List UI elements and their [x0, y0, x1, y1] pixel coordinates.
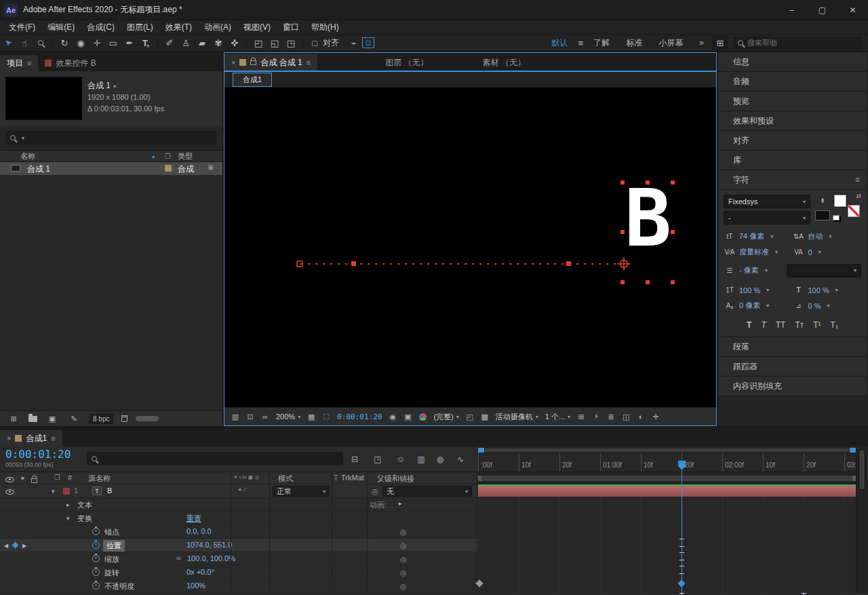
- close-button[interactable]: ✕: [837, 0, 868, 20]
- selection-handle[interactable]: [671, 180, 675, 185]
- view-layout-select[interactable]: 1 个...▾: [542, 412, 573, 422]
- baseline-shift-value[interactable]: 0 像素: [739, 301, 760, 311]
- workspace-default[interactable]: 默认: [543, 37, 576, 49]
- local-axis-mode-icon[interactable]: ◰: [250, 35, 267, 50]
- timeline-search[interactable]: [87, 452, 343, 465]
- column-divider[interactable]: [332, 472, 332, 592]
- selection-handle[interactable]: [620, 180, 625, 185]
- stopwatch-icon-active[interactable]: [92, 541, 100, 549]
- lock-panel-icon[interactable]: [250, 60, 256, 65]
- property-pickwhip-icon[interactable]: ◎: [400, 541, 407, 550]
- delete-item-icon[interactable]: [121, 415, 127, 422]
- mode-column-header[interactable]: 模式: [278, 474, 293, 484]
- panel-character[interactable]: 字符 ≡: [718, 170, 867, 190]
- tab-footage-viewer[interactable]: 素材 （无）: [476, 54, 532, 71]
- snap-checkbox[interactable]: ▢: [307, 35, 323, 50]
- menu-view[interactable]: 视图(V): [237, 22, 277, 33]
- faux-bold-button[interactable]: T: [747, 320, 751, 330]
- column-divider[interactable]: [231, 472, 231, 592]
- horizontal-scale-value[interactable]: 100 %: [808, 286, 829, 294]
- menu-edit[interactable]: 编辑(E): [41, 22, 81, 33]
- swap-fill-stroke-icon[interactable]: ⇄: [856, 193, 861, 199]
- selection-handle[interactable]: [646, 280, 650, 284]
- column-divider[interactable]: [269, 472, 270, 592]
- mask-visibility-icon[interactable]: ⛶: [319, 410, 333, 423]
- project-item-row[interactable]: 合成 1 合成 ▣: [0, 162, 222, 175]
- property-value[interactable]: 1074.0, 551.0: [186, 541, 232, 549]
- hide-shy-layers-icon[interactable]: ☺: [393, 453, 408, 465]
- small-caps-button[interactable]: Tᴛ: [795, 320, 804, 330]
- close-tab-icon[interactable]: ×: [7, 434, 11, 442]
- magnification-select[interactable]: 200%▾: [273, 412, 303, 421]
- menu-effect[interactable]: 效果(T): [159, 22, 198, 33]
- panel-tracker[interactable]: 跟踪器: [718, 357, 867, 377]
- name-column-header[interactable]: 名称: [20, 151, 35, 161]
- reset-exposure-icon[interactable]: ◐: [634, 410, 648, 423]
- label-column-icon[interactable]: ❒: [165, 153, 171, 160]
- property-value[interactable]: 100%: [186, 581, 205, 590]
- item-label-color[interactable]: [165, 165, 172, 172]
- manage-workspaces-icon[interactable]: ⊞: [712, 35, 728, 50]
- workspace-overflow[interactable]: »: [691, 38, 712, 47]
- pen-tool[interactable]: ✒: [121, 35, 138, 50]
- panel-menu-icon[interactable]: ≡: [855, 175, 860, 185]
- sort-arrow-icon[interactable]: ▴: [152, 153, 155, 159]
- stopwatch-icon[interactable]: [92, 528, 100, 535]
- pan-behind-tool[interactable]: ✛: [89, 35, 105, 50]
- property-name[interactable]: 锚点: [104, 527, 119, 537]
- menu-window[interactable]: 窗口: [277, 22, 305, 33]
- grid-guides-icon[interactable]: ▦: [304, 410, 318, 423]
- world-axis-mode-icon[interactable]: ◱: [267, 35, 283, 50]
- stroke-style-swatch[interactable]: [815, 210, 830, 220]
- transparency-grid-icon[interactable]: ▩: [478, 410, 492, 423]
- rotation-row[interactable]: 旋转 0x +0.0° ◎: [0, 566, 478, 579]
- stopwatch-icon[interactable]: [92, 569, 100, 576]
- font-size-value[interactable]: 74 像素: [739, 231, 764, 242]
- selection-handle[interactable]: [671, 230, 675, 234]
- tracking-value[interactable]: 0: [808, 248, 812, 256]
- layer-duration-bar[interactable]: [478, 486, 856, 497]
- position-row[interactable]: ◀ ▶ 位置 1074.0, 551.0 ◎: [0, 539, 478, 552]
- panel-content-aware-fill[interactable]: 内容识别填充: [718, 377, 867, 396]
- panel-menu-icon[interactable]: ≡: [51, 434, 55, 442]
- property-name[interactable]: 不透明度: [104, 581, 134, 592]
- snapshot-icon[interactable]: ◉: [386, 410, 399, 423]
- text-group-row[interactable]: ▸ 文本 动画: ▸: [0, 498, 478, 512]
- motion-blur-icon[interactable]: ◍: [433, 453, 448, 465]
- timeline-tab[interactable]: × 合成1 ≡: [0, 430, 62, 446]
- navigator-start-handle[interactable]: [478, 448, 484, 453]
- maximize-button[interactable]: ▢: [807, 0, 837, 20]
- subscript-button[interactable]: T₁: [831, 320, 838, 330]
- group-expander[interactable]: ▾: [66, 515, 70, 522]
- panel-preview[interactable]: 预览: [718, 92, 867, 111]
- adjust-icon[interactable]: ✎: [67, 412, 81, 425]
- panel-effects-presets[interactable]: 效果和预设: [718, 111, 867, 131]
- next-keyframe-arrow[interactable]: ▶: [22, 543, 26, 549]
- menu-animation[interactable]: 动画(A): [198, 22, 237, 33]
- tsume-value[interactable]: 0 %: [808, 302, 821, 310]
- eraser-tool[interactable]: ▰: [194, 35, 210, 50]
- constrain-link-icon[interactable]: ∞: [176, 554, 181, 562]
- menu-file[interactable]: 文件(F): [3, 22, 41, 33]
- column-divider[interactable]: [367, 472, 368, 592]
- selection-handle[interactable]: [620, 230, 625, 234]
- current-time-display[interactable]: 0:00:01:20: [5, 448, 71, 461]
- layer-label-color[interactable]: [63, 488, 70, 495]
- keyframe-at-time-icon[interactable]: [12, 542, 19, 549]
- view-axis-mode-icon[interactable]: ◳: [283, 35, 299, 50]
- animate-menu-icon[interactable]: ▸: [399, 500, 402, 507]
- shape-tool[interactable]: ▭: [105, 35, 121, 50]
- property-name[interactable]: 旋转: [104, 568, 119, 578]
- tab-project[interactable]: 项目 ≡: [0, 55, 38, 71]
- horizontal-scrollbar-thumb[interactable]: [136, 416, 159, 421]
- camera-tool[interactable]: ◉: [73, 35, 89, 50]
- view-options-icon[interactable]: ∞: [258, 410, 272, 423]
- roto-brush-tool[interactable]: ✾: [210, 35, 226, 50]
- selection-handle[interactable]: [646, 180, 650, 185]
- type-column-header[interactable]: 类型: [178, 151, 193, 161]
- clone-stamp-tool[interactable]: ♙: [178, 35, 194, 50]
- frame-blending-icon[interactable]: ▥: [414, 453, 429, 465]
- timeline-vertical-scrollbar[interactable]: [856, 446, 868, 593]
- show-channels-icon[interactable]: [416, 410, 429, 423]
- project-item-name[interactable]: 合成 1: [27, 164, 50, 175]
